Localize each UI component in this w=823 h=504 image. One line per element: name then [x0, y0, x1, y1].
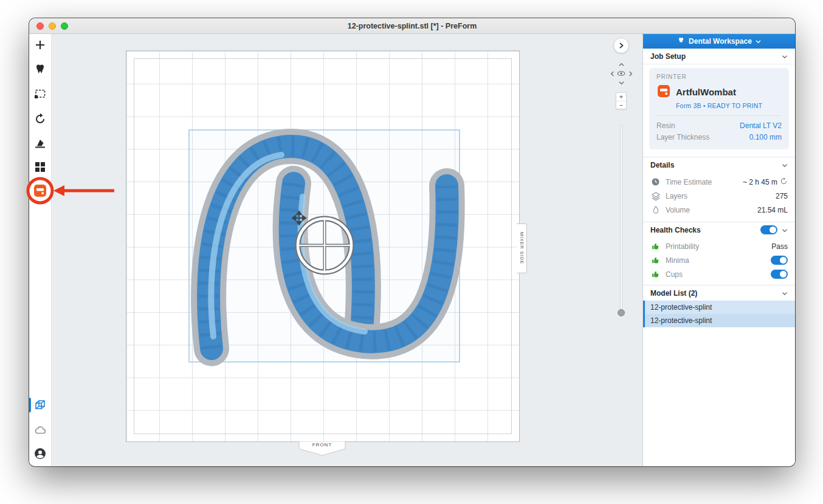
layers-value: 275: [776, 192, 788, 200]
zoom-out-button[interactable]: −: [616, 101, 626, 109]
scene-models: [126, 51, 520, 443]
view-navigation-cluster: [608, 60, 635, 87]
rotate-icon: [33, 112, 47, 126]
time-estimate-row: Time Estimate ~ 2 h 45 m: [643, 175, 795, 189]
layout-tool-button[interactable]: [32, 158, 49, 175]
volume-row: Volume 21.54 mL: [643, 203, 795, 217]
tool-sidebar: [29, 34, 52, 466]
health-checks-toggle[interactable]: [760, 225, 777, 234]
minimize-window-button[interactable]: [49, 22, 56, 30]
printer-section-label: PRINTER: [656, 73, 782, 80]
plus-icon: [33, 38, 47, 52]
zoom-controls: + −: [616, 92, 627, 109]
window-controls: [36, 22, 68, 30]
chevron-down-icon: [782, 226, 788, 234]
print-button[interactable]: [32, 182, 49, 199]
build-platform[interactable]: [126, 50, 520, 442]
orbit-down-button[interactable]: [617, 78, 625, 87]
orientation-tool-button[interactable]: [32, 135, 49, 152]
recalculate-icon[interactable]: [780, 177, 788, 187]
titlebar: 12-protective-splint.stl [*] - PreForm: [29, 18, 795, 34]
volume-value: 21.54 mL: [757, 206, 788, 214]
layer-slider-handle[interactable]: [618, 309, 625, 316]
close-window-button[interactable]: [36, 22, 44, 30]
job-setup-header[interactable]: Job Setup: [643, 49, 795, 64]
cube-icon: [33, 398, 47, 412]
layer-thickness-label: Layer Thickness: [656, 132, 709, 143]
add-model-button[interactable]: [32, 36, 49, 53]
layers-icon: [650, 191, 661, 201]
orbit-up-button[interactable]: [617, 60, 625, 69]
workspace-selector[interactable]: Dental Workspace: [643, 34, 795, 49]
active-view-indicator: [29, 398, 31, 412]
manipulator-crosshair[interactable]: [298, 219, 351, 272]
health-checks-section: Printability Pass Minima Cups: [643, 237, 795, 285]
mixer-side-label: MIXER SIDE: [517, 223, 527, 273]
window-title: 12-protective-splint.stl [*] - PreForm: [348, 22, 477, 30]
layer-thickness-value[interactable]: 0.100 mm: [749, 132, 782, 143]
printer-status: Form 3B • READY TO PRINT: [676, 102, 782, 109]
chevron-down-icon: [782, 52, 788, 61]
time-estimate-value: ~ 2 h 45 m: [743, 178, 777, 186]
clock-icon: [650, 177, 661, 186]
printability-value: Pass: [771, 242, 788, 251]
health-checks-header[interactable]: Health Checks: [643, 222, 795, 237]
printer-card[interactable]: PRINTER ArtfulWombat Form 3B • READY TO …: [649, 68, 789, 149]
tooth-icon: [33, 63, 47, 76]
fullscreen-window-button[interactable]: [61, 22, 68, 30]
resin-label: Resin: [656, 120, 675, 132]
printability-row: Printability Pass: [643, 239, 795, 253]
account-button[interactable]: [32, 445, 49, 462]
dental-tool-button[interactable]: [32, 61, 49, 78]
marquee-select-icon: [33, 87, 47, 100]
layer-slider-track[interactable]: [620, 124, 622, 313]
thumbs-up-icon: [650, 256, 661, 265]
view-eye-button[interactable]: [617, 69, 625, 78]
printer-icon: [33, 183, 47, 198]
zoom-in-button[interactable]: +: [616, 93, 626, 101]
cups-row: Cups: [643, 267, 795, 281]
chevron-down-icon: [782, 289, 788, 298]
volume-icon: [650, 205, 661, 214]
workspace-label: Dental Workspace: [689, 37, 752, 46]
layout-icon: [33, 160, 47, 174]
divider: [656, 115, 782, 116]
model-list-item[interactable]: 12-protective-splint: [643, 314, 795, 327]
orientation-icon: [33, 137, 47, 150]
model-list: 12-protective-splint 12-protective-splin…: [643, 301, 795, 327]
rotate-tool-button[interactable]: [32, 111, 49, 128]
cups-toggle[interactable]: [771, 270, 788, 279]
tooth-icon: [677, 36, 685, 46]
details-header[interactable]: Details: [643, 157, 795, 172]
chevron-right-icon: [618, 40, 624, 51]
thumbs-up-icon: [650, 270, 661, 279]
orbit-left-button[interactable]: [608, 69, 616, 78]
details-section: Time Estimate ~ 2 h 45 m Layers 275: [643, 172, 795, 222]
cloud-icon: [33, 423, 47, 437]
model-list-header[interactable]: Model List (2): [643, 285, 795, 301]
minima-row: Minima: [643, 253, 795, 267]
chevron-down-icon: [756, 37, 761, 46]
eye-icon: [617, 68, 625, 79]
preform-window: 12-protective-splint.stl [*] - PreForm: [29, 18, 795, 466]
chevron-down-icon: [782, 161, 788, 169]
printer-icon: [656, 84, 671, 100]
minima-toggle[interactable]: [771, 256, 788, 265]
collapse-panel-button[interactable]: [613, 38, 629, 53]
user-icon: [33, 447, 47, 460]
select-tool-button[interactable]: [32, 85, 49, 102]
viewport-3d[interactable]: MIXER SIDE FRONT: [52, 34, 642, 466]
model-view-button[interactable]: [32, 397, 49, 414]
printer-name: ArtfulWombat: [676, 87, 736, 97]
cloud-print-button[interactable]: [32, 421, 49, 438]
thumbs-up-icon: [650, 242, 661, 251]
model-list-item[interactable]: 12-protective-splint: [643, 301, 795, 314]
layers-row: Layers 275: [643, 189, 795, 203]
resin-value[interactable]: Dental LT V2: [740, 120, 782, 132]
right-panel: Dental Workspace Job Setup PRINTER Artfu…: [642, 34, 795, 466]
orbit-right-button[interactable]: [626, 69, 635, 78]
front-label: FRONT: [298, 441, 346, 456]
